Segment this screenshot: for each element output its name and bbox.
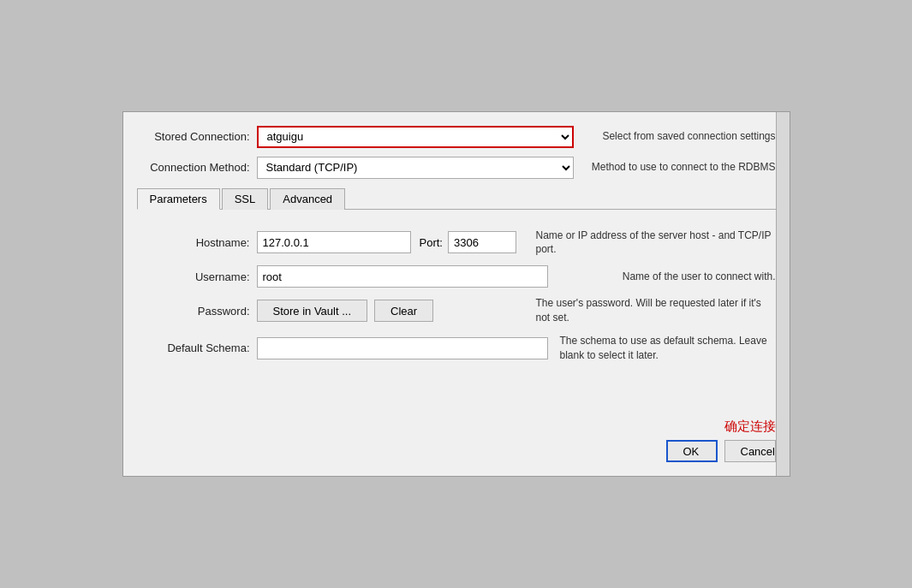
tab-ssl[interactable]: SSL bbox=[222, 188, 269, 210]
store-in-vault-button[interactable]: Store in Vault ... bbox=[257, 300, 368, 322]
stored-connection-row: Stored Connection: atguigu Select from s… bbox=[137, 126, 776, 148]
username-label: Username: bbox=[137, 270, 257, 283]
username-row: Username: Name of the user to connect wi… bbox=[137, 265, 776, 288]
password-buttons: Store in Vault ... Clear bbox=[257, 300, 434, 322]
connection-method-label: Connection Method: bbox=[137, 161, 257, 174]
clear-password-button[interactable]: Clear bbox=[374, 300, 433, 322]
stored-connection-area: atguigu bbox=[257, 126, 591, 148]
default-schema-help: The schema to use as default schema. Lea… bbox=[560, 334, 776, 363]
default-schema-row: Default Schema: The schema to use as def… bbox=[137, 334, 776, 363]
confirm-label: 确定连接 bbox=[724, 419, 776, 435]
hostname-area: Port: bbox=[257, 231, 524, 253]
hostname-input[interactable] bbox=[257, 231, 411, 253]
parameters-section: Hostname: Port: Name or IP address of th… bbox=[137, 222, 776, 378]
hostname-label: Hostname: bbox=[137, 236, 257, 249]
tab-bar: Parameters SSL Advanced bbox=[137, 187, 776, 210]
default-schema-input[interactable] bbox=[257, 337, 548, 359]
ok-button[interactable]: OK bbox=[666, 440, 718, 462]
hostname-row: Hostname: Port: Name or IP address of th… bbox=[137, 229, 776, 258]
dialog-buttons: OK Cancel bbox=[666, 440, 776, 462]
hostname-help: Name or IP address of the server host - … bbox=[536, 229, 776, 258]
stored-connection-label: Stored Connection: bbox=[137, 130, 257, 143]
password-row: Password: Store in Vault ... Clear The u… bbox=[137, 296, 776, 325]
username-input[interactable] bbox=[257, 265, 548, 288]
cancel-button[interactable]: Cancel bbox=[724, 440, 776, 462]
connection-method-area: Standard (TCP/IP)Local Socket/PipeStanda… bbox=[257, 157, 580, 179]
connection-method-help: Method to use to connect to the RDBMS bbox=[592, 160, 776, 175]
tab-advanced[interactable]: Advanced bbox=[270, 188, 345, 210]
username-area bbox=[257, 265, 611, 288]
connection-method-select[interactable]: Standard (TCP/IP)Local Socket/PipeStanda… bbox=[257, 157, 574, 179]
stored-connection-select[interactable]: atguigu bbox=[257, 126, 574, 148]
username-help: Name of the user to connect with. bbox=[623, 270, 776, 284]
connection-method-row: Connection Method: Standard (TCP/IP)Loca… bbox=[137, 157, 776, 179]
default-schema-area bbox=[257, 337, 548, 359]
password-label: Password: bbox=[137, 305, 257, 318]
scrollbar[interactable] bbox=[776, 112, 790, 477]
password-area: Store in Vault ... Clear bbox=[257, 300, 524, 322]
tab-parameters[interactable]: Parameters bbox=[137, 188, 220, 210]
password-help: The user's password. Will be requested l… bbox=[536, 296, 776, 325]
port-input[interactable] bbox=[448, 231, 516, 253]
port-label: Port: bbox=[420, 236, 443, 249]
bottom-area: 确定连接 OK Cancel bbox=[137, 412, 776, 462]
stored-connection-help: Select from saved connection settings bbox=[602, 129, 775, 144]
default-schema-label: Default Schema: bbox=[137, 342, 257, 354]
connection-dialog: Stored Connection: atguigu Select from s… bbox=[122, 111, 790, 478]
